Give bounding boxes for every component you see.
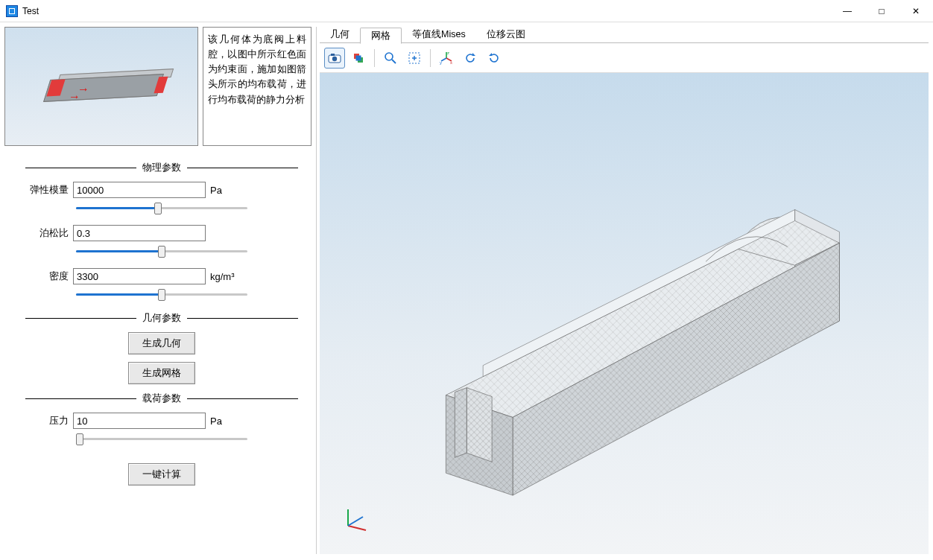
young-input[interactable] xyxy=(73,182,206,198)
pressure-input[interactable] xyxy=(73,413,206,429)
pressure-slider[interactable] xyxy=(76,432,247,445)
zoom-icon[interactable] xyxy=(380,48,401,69)
pressure-label: 压力 xyxy=(25,414,69,427)
svg-line-28 xyxy=(348,526,366,530)
svg-marker-22 xyxy=(466,388,492,462)
box-color-icon[interactable] xyxy=(348,48,369,69)
window-title: Test xyxy=(22,6,39,16)
generate-mesh-button[interactable]: 生成网格 xyxy=(128,362,195,384)
density-input[interactable] xyxy=(73,268,206,284)
tab-2[interactable]: 等值线Mises xyxy=(402,27,476,43)
poisson-input[interactable] xyxy=(73,225,206,241)
maximize-button[interactable]: □ xyxy=(864,0,899,22)
rotate-cw-icon[interactable] xyxy=(484,48,505,69)
model-thumbnail: → → xyxy=(4,27,198,146)
axes-icon[interactable]: zxy xyxy=(436,48,457,69)
density-slider[interactable] xyxy=(76,287,247,301)
camera-icon[interactable] xyxy=(324,48,345,69)
section-load: 载荷参数 xyxy=(25,392,298,405)
poisson-label: 泊松比 xyxy=(25,226,69,240)
fit-icon[interactable] xyxy=(404,48,425,69)
tab-0[interactable]: 几何 xyxy=(320,27,360,43)
triad-icon xyxy=(341,503,370,533)
description-text: 该几何体为底阀上料腔，以图中所示红色面为约束面，施加如图箭头所示的均布载荷，进行… xyxy=(203,27,311,146)
section-geometry: 几何参数 xyxy=(25,311,298,325)
viewport-3d[interactable] xyxy=(320,73,929,554)
svg-rect-2 xyxy=(331,54,335,56)
tab-1[interactable]: 网格 xyxy=(360,28,402,44)
viewer-toolbar: zxy xyxy=(320,43,929,73)
side-panel: → → 该几何体为底阀上料腔，以图中所示红色面为约束面，施加如图箭头所示的均布载… xyxy=(4,27,311,554)
svg-point-6 xyxy=(385,53,393,60)
svg-marker-24 xyxy=(455,388,466,458)
minimize-button[interactable]: — xyxy=(830,0,864,22)
one-click-compute-button[interactable]: 一键计算 xyxy=(128,463,195,486)
svg-text:x: x xyxy=(450,60,452,65)
viewer-tabs: 几何网格等值线Mises位移云图 xyxy=(320,27,929,43)
poisson-slider[interactable] xyxy=(76,244,247,258)
close-button[interactable]: ✕ xyxy=(899,0,933,22)
young-label: 弹性模量 xyxy=(25,183,69,197)
young-slider[interactable] xyxy=(76,201,247,214)
svg-rect-5 xyxy=(356,55,361,60)
svg-line-11 xyxy=(441,58,446,61)
section-physical: 物理参数 xyxy=(25,161,298,174)
svg-text:z: z xyxy=(447,51,449,55)
tab-3[interactable]: 位移云图 xyxy=(476,27,536,43)
viewer-panel: 几何网格等值线Mises位移云图 zxy xyxy=(316,27,929,554)
svg-point-1 xyxy=(332,56,337,60)
rotate-ccw-icon[interactable] xyxy=(460,48,481,69)
app-icon xyxy=(6,5,18,17)
svg-text:y: y xyxy=(440,60,442,65)
density-label: 密度 xyxy=(25,270,69,283)
generate-geometry-button[interactable]: 生成几何 xyxy=(128,332,195,354)
pressure-unit: Pa xyxy=(210,416,240,427)
titlebar: Test — □ ✕ xyxy=(0,0,933,22)
density-unit: kg/m³ xyxy=(210,271,240,282)
young-unit: Pa xyxy=(210,185,240,196)
svg-line-29 xyxy=(348,517,363,526)
svg-line-7 xyxy=(392,60,396,63)
